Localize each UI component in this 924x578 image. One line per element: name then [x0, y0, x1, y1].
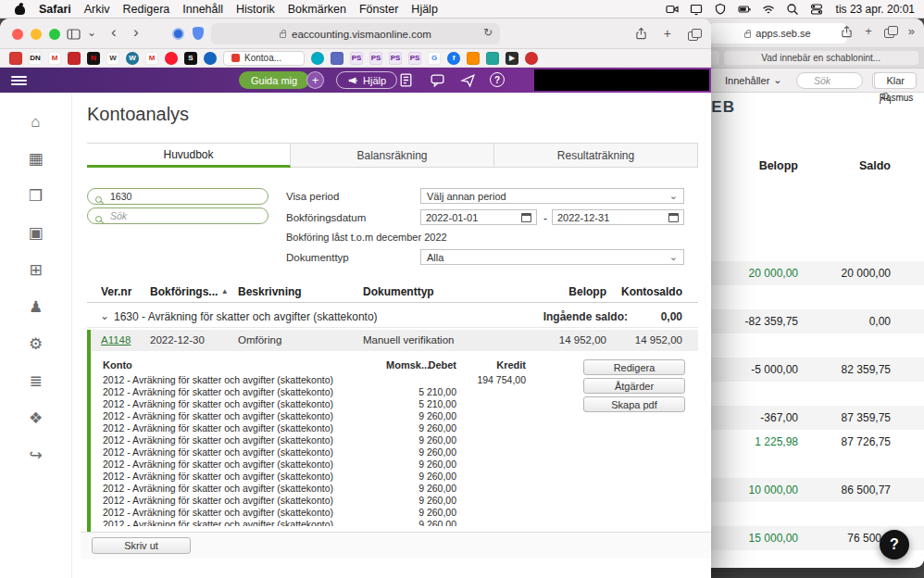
tab-overview-icon[interactable] — [688, 29, 700, 39]
share-icon[interactable] — [635, 27, 647, 40]
menubar-item[interactable]: Redigera — [123, 3, 170, 16]
back-button[interactable]: ‹ — [111, 23, 117, 42]
display-icon[interactable] — [690, 3, 703, 16]
pinned-favicon[interactable] — [204, 52, 217, 65]
active-tab[interactable]: Kontoa... — [223, 51, 305, 66]
header-vernr[interactable]: Ver.nr — [101, 285, 131, 298]
pinned-favicon[interactable] — [486, 52, 499, 65]
home-icon[interactable]: ⌂ — [31, 113, 40, 131]
settings-gear-icon[interactable]: ⚙ — [29, 335, 43, 353]
pinned-favicon[interactable]: PS — [389, 52, 402, 65]
pinned-favicon[interactable]: PS — [369, 52, 382, 65]
cash-register-icon[interactable]: ⊞ — [29, 261, 42, 279]
pinned-favicon[interactable] — [165, 52, 178, 65]
header-beskrivning[interactable]: Beskrivning — [238, 285, 302, 298]
header-bokforingsdatum[interactable]: Bokförings... ▲ — [150, 285, 229, 298]
receipt-icon[interactable] — [398, 72, 414, 88]
pinned-favicon[interactable] — [467, 52, 480, 65]
hamburger-menu-icon[interactable] — [11, 74, 27, 87]
zoom-window-button[interactable] — [49, 29, 60, 40]
menubar-item[interactable]: Bokmärken — [288, 3, 346, 16]
share-icon[interactable] — [841, 25, 853, 38]
report-tab[interactable]: Huvudbok — [87, 143, 291, 168]
report-tab[interactable]: Resultaträkning — [494, 143, 698, 168]
logout-icon[interactable]: ↪ — [29, 446, 42, 464]
address-bar[interactable]: eaccounting.vismaonline.com ↻ — [211, 23, 500, 44]
calendar-icon[interactable] — [668, 213, 679, 222]
report-tab[interactable]: Balansräkning — [291, 143, 494, 168]
new-tab-icon[interactable]: + — [664, 26, 671, 41]
pinned-favicon[interactable]: N — [87, 52, 100, 65]
help-chat-fab[interactable]: ? — [880, 530, 909, 559]
action-button[interactable]: Åtgärder — [583, 378, 685, 394]
guide-me-button[interactable]: Guida mig — [239, 71, 309, 89]
seb-url-bar[interactable]: apps.seb.se — [708, 23, 847, 44]
pinned-favicon[interactable] — [9, 52, 22, 65]
wifi-icon[interactable] — [762, 3, 775, 16]
menubar-item[interactable]: Fönster — [359, 3, 398, 16]
date-from-input[interactable]: 2022-01-01 — [420, 209, 537, 225]
reload-icon[interactable]: ↻ — [483, 26, 493, 39]
pinned-favicon[interactable] — [311, 52, 324, 65]
verification-row[interactable]: A1148 2022-12-30 Omföring Manuell verifi… — [91, 330, 698, 351]
header-dokumenttyp[interactable]: Dokumenttyp — [363, 285, 434, 298]
free-search-input[interactable] — [87, 207, 268, 224]
account-filter-input[interactable] — [87, 188, 268, 205]
sidebar-toggle-icon[interactable] — [67, 28, 81, 41]
paper-plane-icon[interactable] — [460, 72, 476, 88]
menubar-item[interactable]: Arkiv — [84, 3, 110, 16]
find-input[interactable] — [796, 72, 863, 89]
pinned-favicon[interactable] — [68, 52, 81, 65]
header-belopp[interactable]: Belopp — [568, 285, 606, 298]
question-help-icon[interactable]: ? — [490, 72, 505, 87]
menubar-item[interactable]: Historik — [236, 3, 275, 16]
pinned-favicon[interactable]: ▶ — [506, 52, 518, 65]
find-done-button[interactable]: Klar — [874, 72, 917, 89]
sidebar-chevron-icon[interactable]: ⌄ — [87, 26, 96, 39]
seb-user-menu[interactable]: Rasmus — [876, 93, 917, 103]
period-select[interactable]: Välj annan period ⌄ — [420, 188, 684, 204]
battery-icon[interactable] — [738, 3, 751, 16]
date-to-input[interactable]: 2022-12-31 — [552, 209, 684, 225]
tab-overview-icon[interactable] — [884, 26, 896, 36]
pinned-favicon[interactable]: DN — [29, 52, 42, 65]
extension-icon[interactable] — [172, 28, 184, 40]
menubar-item[interactable]: Hjälp — [411, 3, 438, 16]
products-icon[interactable]: ❒ — [29, 187, 43, 205]
control-center-icon[interactable] — [810, 3, 823, 16]
pinned-favicon[interactable]: PS — [408, 52, 421, 65]
action-button[interactable]: Redigera — [583, 359, 685, 375]
collapse-chevron-icon[interactable]: ⌄ — [100, 309, 109, 322]
doctype-select[interactable]: Alla ⌄ — [420, 249, 684, 265]
apps-icon[interactable]: ❖ — [29, 409, 43, 427]
menubar-clock[interactable]: tis 23 apr. 20:01 — [836, 3, 915, 16]
customers-icon[interactable]: ♟ — [29, 298, 43, 316]
pinned-favicon[interactable] — [331, 52, 343, 65]
pinned-favicon[interactable]: M — [48, 52, 61, 65]
reports-icon[interactable]: ≣ — [29, 372, 42, 390]
spotlight-search-icon[interactable] — [786, 3, 799, 16]
calendar-icon[interactable] — [521, 213, 531, 222]
chat-icon[interactable] — [430, 72, 445, 88]
close-window-button[interactable] — [12, 29, 23, 40]
pinned-favicon[interactable]: f — [447, 52, 460, 65]
camera-icon[interactable] — [666, 3, 679, 16]
help-button[interactable]: Hjälp — [336, 71, 397, 89]
header-kontosaldo[interactable]: Kontosaldo — [621, 285, 682, 298]
quick-add-button[interactable]: + — [306, 71, 324, 89]
pinned-favicon[interactable] — [525, 52, 538, 65]
adblock-extension-icon[interactable] — [193, 27, 204, 40]
pinned-favicon[interactable]: W — [126, 52, 139, 65]
menubar-item[interactable]: Safari — [39, 3, 71, 16]
find-contains-dropdown[interactable]: Innehåller ⌄ — [725, 74, 782, 86]
pinned-favicon[interactable]: PS — [350, 52, 363, 65]
action-button[interactable]: Skapa pdf — [583, 396, 685, 412]
browser-tab[interactable]: Vad innebär en schablonint... — [724, 51, 919, 65]
payments-icon[interactable]: ▦ — [28, 150, 43, 168]
verification-link[interactable]: A1148 — [101, 334, 131, 346]
account-group-row[interactable]: ⌄ 1630 - Avräkning för skatter och avgif… — [87, 307, 698, 328]
pinned-favicon[interactable]: M — [145, 52, 158, 65]
apple-menu-icon[interactable] — [15, 3, 26, 16]
pinned-favicon[interactable]: S — [184, 52, 197, 65]
print-button[interactable]: Skriv ut — [92, 537, 191, 554]
